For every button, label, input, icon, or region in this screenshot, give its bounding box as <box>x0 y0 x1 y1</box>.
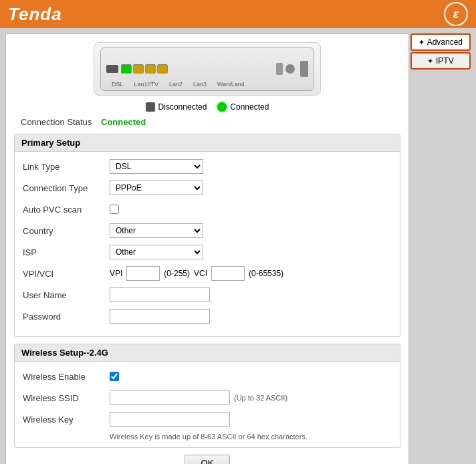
password-input[interactable] <box>110 309 210 324</box>
lan1-port <box>121 64 132 74</box>
connection-type-row: Connection Type PPPoE DHCP Static IP PPP… <box>23 180 392 196</box>
isp-control: Other ISP1 ISP2 <box>110 245 203 259</box>
vpi-vci-row: VPI/VCI VPI (0-255) VCI (0-65535) <box>23 265 392 281</box>
wireless-key-hint: Wireless Key is made up of 8-63 ASCII or… <box>23 433 392 441</box>
wireless-ssid-label: Wireless SSID <box>23 393 110 403</box>
auto-pvc-row: Auto PVC scan <box>23 201 392 217</box>
isp-label: ISP <box>23 247 110 257</box>
wireless-setup-body: Wireless Enable Wireless SSID (Up to 32 … <box>15 362 400 447</box>
vpi-input[interactable] <box>126 266 160 281</box>
link-type-row: Link Type DSL Ethernet <box>23 158 392 175</box>
country-select[interactable]: Other United States United Kingdom China <box>110 223 203 238</box>
vci-range: (0-65535) <box>249 269 283 278</box>
header: Tenda ε <box>0 0 476 28</box>
password-row: Password <box>23 308 392 324</box>
wireless-setup-title: Wireless Setup--2.4G <box>15 344 400 362</box>
password-label: Password <box>23 312 110 322</box>
vpi-range: (0-255) <box>164 269 190 278</box>
wireless-key-input[interactable] <box>110 412 230 427</box>
wireless-enable-checkbox[interactable] <box>110 372 119 381</box>
vci-text: VCI <box>194 269 207 278</box>
port-labels: DSL Lan1/ITV Lan2 Lan3 Wan/Lan4 <box>112 81 245 88</box>
brand-icon: ε <box>444 2 468 26</box>
isp-row: ISP Other ISP1 ISP2 <box>23 244 392 260</box>
connected-led <box>217 102 227 112</box>
lan3-port <box>145 64 156 74</box>
vci-input[interactable] <box>211 266 245 281</box>
wireless-key-label: Wireless Key <box>23 415 110 425</box>
disconnected-legend: Disconnected <box>146 102 207 112</box>
country-row: Country Other United States United Kingd… <box>23 223 392 239</box>
username-input[interactable] <box>110 287 210 302</box>
primary-setup-body: Link Type DSL Ethernet Connection Type P… <box>15 152 400 336</box>
router-image-area: DSL Lan1/ITV Lan2 Lan3 Wan/Lan4 <box>14 42 400 96</box>
link-type-label: Link Type <box>23 162 110 172</box>
country-control: Other United States United Kingdom China <box>110 223 203 238</box>
antenna <box>300 61 308 77</box>
connection-status-label: Connection Status <box>21 117 94 127</box>
wireless-key-row: Wireless Key <box>23 411 392 427</box>
vpi-vci-control: VPI (0-255) VCI (0-65535) <box>110 266 283 281</box>
link-type-select[interactable]: DSL Ethernet <box>110 159 203 174</box>
ssid-hint: (Up to 32 ASCII) <box>234 394 287 402</box>
primary-setup-title: Primary Setup <box>15 134 400 152</box>
ok-button[interactable]: OK <box>185 455 231 464</box>
connection-type-select[interactable]: PPPoE DHCP Static IP PPPoA Bridge <box>110 181 203 195</box>
auto-pvc-control <box>110 205 119 214</box>
lan2-port <box>133 64 144 74</box>
advanced-icon: ✦ <box>419 38 425 47</box>
wireless-ssid-control: (Up to 32 ASCII) <box>110 390 287 405</box>
iptv-icon: ✦ <box>427 57 433 66</box>
username-label: User Name <box>23 290 110 300</box>
country-label: Country <box>23 226 110 236</box>
link-type-control: DSL Ethernet <box>110 159 203 174</box>
connection-status-row: Connection Status Connected <box>14 117 400 127</box>
router-body: DSL Lan1/ITV Lan2 Lan3 Wan/Lan4 <box>100 47 314 91</box>
primary-setup-section: Primary Setup Link Type DSL Ethernet Con… <box>14 134 400 337</box>
wireless-ssid-row: Wireless SSID (Up to 32 ASCII) <box>23 390 392 406</box>
auto-pvc-checkbox[interactable] <box>110 205 119 214</box>
ok-btn-row: OK <box>14 455 400 464</box>
logo: Tenda <box>8 4 62 25</box>
username-row: User Name <box>23 287 392 303</box>
disconnected-led <box>146 102 155 112</box>
vpi-vci-label: VPI/VCI <box>23 269 110 279</box>
router-image: DSL Lan1/ITV Lan2 Lan3 Wan/Lan4 <box>94 42 321 96</box>
vpi-text: VPI <box>110 269 122 278</box>
wireless-enable-row: Wireless Enable <box>23 368 392 384</box>
wireless-ssid-input[interactable] <box>110 390 230 405</box>
coax-port <box>285 64 295 74</box>
usb-port <box>276 63 283 75</box>
isp-select[interactable]: Other ISP1 ISP2 <box>110 245 203 259</box>
wireless-setup-section: Wireless Setup--2.4G Wireless Enable Wir… <box>14 344 400 448</box>
wan-port <box>157 64 168 74</box>
connection-type-control: PPPoE DHCP Static IP PPPoA Bridge <box>110 181 203 195</box>
main-content: DSL Lan1/ITV Lan2 Lan3 Wan/Lan4 Disconne… <box>5 33 409 464</box>
connection-status-value: Connected <box>101 117 146 127</box>
iptv-button[interactable]: ✦ IPTV <box>410 52 471 70</box>
legend: Disconnected Connected <box>14 102 400 112</box>
auto-pvc-label: Auto PVC scan <box>23 205 110 215</box>
connected-legend: Connected <box>217 102 269 112</box>
lan-ports <box>121 64 168 74</box>
dsl-port <box>106 65 118 73</box>
connection-type-label: Connection Type <box>23 183 110 193</box>
advanced-button[interactable]: ✦ Advanced <box>410 33 471 51</box>
wireless-enable-label: Wireless Enable <box>23 372 110 382</box>
sidebar: ✦ Advanced ✦ IPTV <box>410 33 471 70</box>
